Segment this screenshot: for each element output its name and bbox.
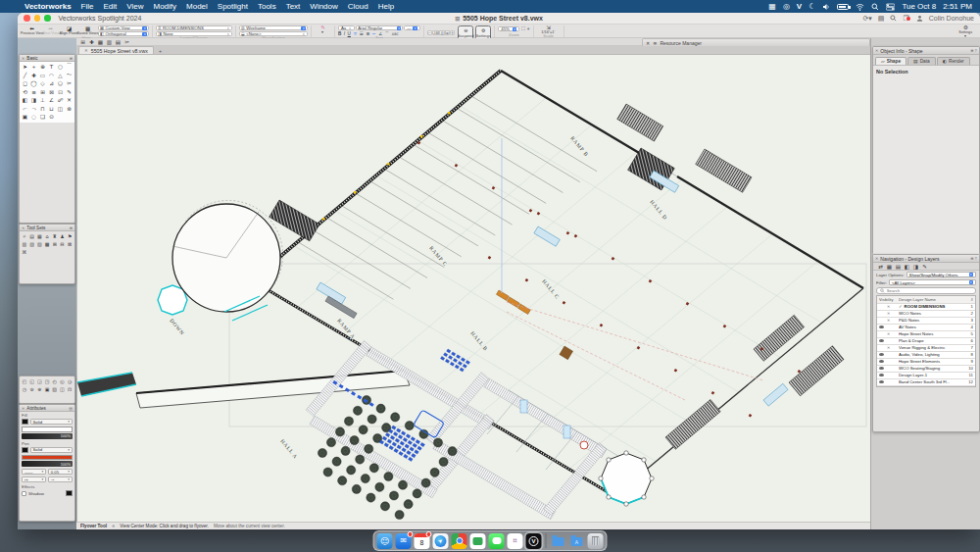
menu-tools[interactable]: Tools — [253, 2, 281, 11]
menu-model[interactable]: Model — [181, 2, 213, 11]
tool-icon[interactable]: ◧ — [903, 262, 911, 271]
tool-icon[interactable]: ✂ — [122, 38, 131, 47]
layer-options-dropdown[interactable]: Show/Snap/Modify Others▾ — [906, 272, 976, 277]
tool-icon[interactable]: ◱ — [28, 377, 36, 385]
layer-scale-button[interactable]: ⇲1/16"=1' — [537, 25, 561, 34]
tool-icon[interactable]: ❏ — [38, 113, 47, 122]
tool-icon[interactable]: ⌘ — [21, 248, 28, 256]
menu-spotlight[interactable]: Spotlight — [213, 2, 253, 11]
resource-manager-close-icon[interactable]: ✕ — [646, 40, 650, 46]
align-plane-button[interactable]: ◪Align Plane — [61, 26, 77, 35]
search-icon[interactable] — [871, 3, 879, 11]
tool-icon[interactable]: ▦ — [35, 232, 43, 240]
visibility-x-icon[interactable]: ✕ — [887, 318, 890, 323]
tool-icon[interactable]: ⊔ — [47, 105, 56, 114]
tool-icon[interactable]: ▩ — [43, 240, 51, 248]
visibility-eye-icon[interactable] — [879, 367, 884, 370]
vectorworks-updater-icon[interactable]: V — [797, 3, 802, 11]
tool-icon[interactable]: ○ — [56, 63, 65, 72]
menu-date[interactable]: Tue Oct 8 — [902, 3, 936, 11]
tool-icon[interactable]: ◯ — [29, 79, 38, 88]
trash-dock-icon[interactable] — [588, 533, 604, 549]
visibility-eye-icon[interactable] — [879, 326, 884, 328]
vectorworks-dock-icon[interactable]: V — [526, 533, 542, 549]
tool-icon[interactable]: 〜 — [65, 72, 74, 80]
tool-icon[interactable]: ∠ — [47, 96, 56, 105]
menu-time[interactable]: 2:51 PM — [943, 3, 972, 11]
tab-data[interactable]: ▤Data — [907, 57, 936, 65]
current-view-dropdown[interactable]: ▦Custom View▾ — [98, 25, 149, 30]
menu-edit[interactable]: Edit — [98, 2, 122, 11]
menu-cloud[interactable]: Cloud — [343, 2, 373, 11]
tool-icon[interactable]: ◨ — [29, 96, 38, 105]
visibility-eye-icon[interactable] — [879, 374, 884, 376]
zoom-window-button[interactable] — [44, 15, 51, 22]
tool-icon[interactable] — [59, 248, 67, 256]
folder-downloads-dock-icon[interactable] — [551, 533, 566, 549]
layer-row-9[interactable]: Hope Street Elements9 — [877, 359, 975, 366]
sync-icon[interactable]: ⟳▾ — [862, 15, 871, 23]
control-center-icon[interactable] — [886, 3, 895, 11]
shadow-checkbox[interactable] — [22, 491, 26, 496]
menu-vectorworks[interactable]: Vectorworks — [20, 2, 76, 11]
menu-file[interactable]: File — [76, 2, 99, 11]
shadow-color-swatch[interactable] — [66, 490, 73, 496]
layer-row-4[interactable]: AV Notes4 — [877, 325, 975, 331]
tool-icon[interactable]: ⊙ — [47, 113, 56, 122]
tool-icon[interactable]: ◶ — [66, 377, 74, 385]
tool-icon[interactable]: ◨ — [911, 262, 920, 271]
tool-icon[interactable]: ▣ — [43, 385, 51, 393]
messages-dock-icon[interactable] — [489, 533, 505, 549]
tool-icon[interactable] — [65, 113, 74, 122]
tool-icon[interactable]: ⊗ — [65, 105, 74, 114]
pen-style-dropdown[interactable]: Solid▾ — [30, 447, 74, 453]
tab-render[interactable]: ◐Render — [937, 57, 970, 65]
layer-row-1[interactable]: ✕✓ROOM DIMENSIONS1 — [877, 304, 975, 311]
menu-modify[interactable]: Modify — [148, 2, 181, 11]
visibility-eye-icon[interactable] — [879, 339, 884, 342]
font-dropdown[interactable]: Arial Regular▾ — [356, 25, 403, 30]
tool-icon[interactable]: ◳ — [43, 377, 51, 385]
tool-icon[interactable]: ▤ — [28, 232, 36, 240]
tool-icon[interactable]: ▥ — [21, 240, 28, 248]
tool-icon[interactable]: ⌖ — [29, 63, 38, 72]
menu-text[interactable]: Text — [281, 2, 306, 11]
user-name[interactable]: Colin Donohue — [929, 15, 974, 22]
document-tab[interactable]: ✕ 5505 Hope Street v8.vwx — [78, 46, 154, 54]
fill-style-dropdown[interactable]: Solid▾ — [30, 419, 74, 425]
tool-icon[interactable]: ◫ — [56, 105, 65, 114]
new-tab-button[interactable]: + — [154, 48, 168, 54]
tool-icon[interactable]: ▣ — [21, 113, 29, 122]
render-mode-dropdown[interactable]: ◍Wireframe▾ — [239, 25, 308, 30]
tool-icon[interactable]: △ — [56, 72, 65, 80]
resource-manager-bar[interactable]: ✕ ≡ Resource Manager — [642, 38, 870, 46]
pen-opacity-slider[interactable]: 100% — [22, 461, 73, 467]
tool-icon[interactable]: ⊓ — [38, 105, 47, 114]
focus-moon-icon[interactable]: ☾ — [808, 3, 815, 11]
tool-icon[interactable]: ✎ — [920, 262, 929, 271]
tool-icon[interactable] — [43, 248, 51, 256]
tool-icon[interactable]: ♜ — [51, 232, 59, 240]
tool-icon[interactable]: ◷ — [21, 385, 28, 393]
tool-icon[interactable]: ▥ — [105, 38, 114, 47]
layer-row-8[interactable]: Audio, Video, Lighting8 — [877, 352, 975, 359]
tab-close-icon[interactable]: ✕ — [84, 48, 88, 53]
navigation-close-icon[interactable]: ✕ — [875, 256, 878, 261]
tool-icon[interactable]: ◻ — [21, 79, 29, 88]
grid-icon[interactable]: ▦ — [768, 3, 776, 11]
calendar-dock-icon[interactable]: 8 — [415, 533, 430, 549]
tool-icon[interactable]: ◫ — [59, 385, 67, 393]
tool-icon[interactable] — [56, 113, 65, 122]
line-style-dropdown[interactable]: ——▾ — [22, 469, 46, 475]
next-view-button[interactable]: ➡Next View — [42, 26, 59, 35]
tool-icon[interactable]: ✚ — [29, 72, 38, 80]
attributes-close-icon[interactable]: ✕ — [22, 406, 24, 411]
menu-view[interactable]: View — [122, 2, 148, 11]
tool-icon[interactable]: ◠ — [47, 72, 56, 80]
chrome-dock-icon[interactable] — [452, 533, 467, 549]
visibility-x-icon[interactable]: ✕ — [887, 311, 890, 316]
visibility-eye-icon[interactable] — [879, 380, 884, 383]
tool-icon[interactable]: ⟲ — [21, 88, 29, 97]
tool-icon[interactable]: ▨ — [35, 240, 43, 248]
layer-search-field[interactable] — [876, 287, 976, 294]
